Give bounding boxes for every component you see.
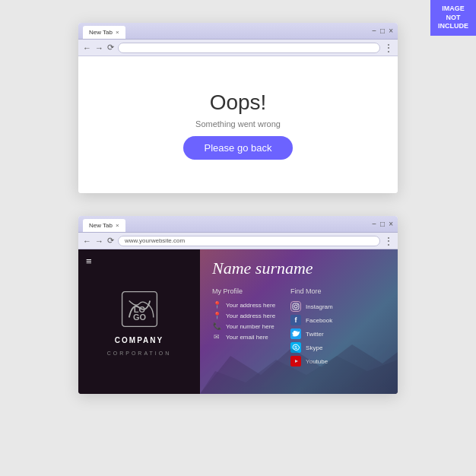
back-btn-bottom[interactable]: ← [83,236,91,246]
go-back-button[interactable]: Please go back [183,136,294,160]
my-profile-label: My Profile [212,287,275,295]
window-controls-bottom: − □ × [372,221,393,228]
close-btn-bottom[interactable]: × [389,221,393,228]
phone-icon: 📞 [212,322,221,330]
address-bar-top[interactable] [118,43,380,53]
browser-window-top: New Tab × − □ × ← → ⟳ ⋮ Oops! Something … [78,23,398,193]
tab-label-bottom: New Tab [89,222,113,229]
profile-right-panel: Name surname My Profile 📍 Your address h… [200,249,398,394]
mountain-background [200,333,398,394]
instagram-icon [290,301,301,312]
tab-label-top: New Tab [89,29,113,36]
address-bar-bottom[interactable]: www.yourwebsite.com [118,236,380,246]
forward-btn-bottom[interactable]: → [95,236,103,246]
profile-page: ≡ LO GO COMPANY CORPORATION Name surname [78,249,398,394]
maximize-btn-top[interactable]: □ [380,27,385,35]
tab-new-top[interactable]: New Tab × [83,26,125,39]
back-btn-top[interactable]: ← [83,43,91,52]
error-title: Oops! [210,90,267,115]
profile-address2: 📍 Your address here [212,312,275,319]
svg-text:GO: GO [132,313,146,322]
tab-area-top: New Tab × [83,23,125,39]
profile-address1: 📍 Your address here [212,301,275,309]
address-value: www.yourwebsite.com [125,237,185,244]
forward-btn-top[interactable]: → [95,43,103,52]
svg-point-6 [294,305,297,308]
company-sub: CORPORATION [107,351,172,356]
error-subtitle: Something went wrong [195,119,281,129]
toolbar-bottom: ← → ⟳ www.yourwebsite.com ⋮ [78,233,398,249]
refresh-btn-bottom[interactable]: ⟳ [107,236,114,246]
refresh-btn-top[interactable]: ⟳ [107,43,114,52]
window-controls-top: − □ × [372,27,393,35]
minimize-btn-bottom[interactable]: − [372,221,376,228]
facebook-icon: f [290,315,301,325]
find-more-label: Find More [290,287,333,295]
titlebar-bottom: New Tab × − □ × [78,216,398,233]
tab-area-bottom: New Tab × [83,216,125,232]
profile-left-panel: ≡ LO GO COMPANY CORPORATION [78,249,200,394]
profile-name: Name surname [212,259,386,278]
toolbar-top: ← → ⟳ ⋮ [78,40,398,56]
tab-new-bottom[interactable]: New Tab × [83,219,125,232]
tab-close-bottom[interactable]: × [116,222,119,229]
social-instagram[interactable]: Instagram [290,301,333,312]
location-icon2: 📍 [212,312,221,319]
minimize-btn-top[interactable]: − [372,27,376,35]
menu-btn-bottom[interactable]: ⋮ [384,236,393,246]
browser-window-bottom: New Tab × − □ × ← → ⟳ www.yourwebsite.co… [78,216,398,394]
tab-close-top[interactable]: × [116,29,119,36]
error-page: Oops! Something went wrong Please go bac… [78,56,398,193]
image-not-include-badge: IMAGE NOT INCLUDE [430,0,476,36]
location-icon: 📍 [212,301,221,309]
svg-point-7 [297,304,298,305]
hamburger-icon[interactable]: ≡ [86,255,92,267]
menu-btn-top[interactable]: ⋮ [384,43,393,53]
social-facebook[interactable]: f Facebook [290,315,333,325]
maximize-btn-bottom[interactable]: □ [380,221,385,228]
titlebar-top: New Tab × − □ × [78,23,398,40]
company-logo: LO GO [119,288,160,330]
close-btn-top[interactable]: × [389,27,393,35]
profile-phone: 📞 Your number here [212,322,275,330]
company-name: COMPANY [115,336,163,344]
